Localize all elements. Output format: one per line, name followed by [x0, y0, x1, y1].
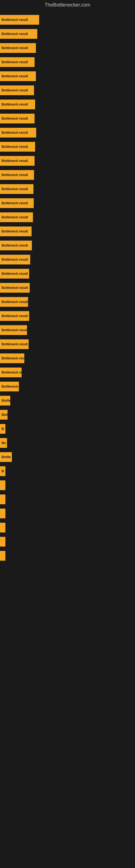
- bar-row: Bottleneck result: [0, 41, 135, 55]
- bar-row: Bottleneck result: [0, 83, 135, 97]
- bottleneck-bar[interactable]: B: [0, 424, 5, 434]
- bottleneck-bar[interactable]: [0, 495, 5, 504]
- bar-label: B: [2, 469, 4, 473]
- bar-label: Bottleneck result: [2, 187, 28, 191]
- bar-label: Bottleneck result: [2, 272, 28, 276]
- bottleneck-bar[interactable]: Bottleneck result: [0, 170, 34, 180]
- bar-label: Bottle: [2, 455, 11, 459]
- bar-label: Bo: [2, 441, 6, 445]
- bottleneck-bar[interactable]: Bottleneck result: [0, 339, 29, 349]
- bar-label: Bottleneck result: [2, 102, 28, 106]
- bottleneck-bar[interactable]: Bottleneck result: [0, 297, 28, 307]
- bar-row: Bottleneck result: [0, 55, 135, 69]
- bottleneck-bar[interactable]: [0, 480, 5, 490]
- bottleneck-bar[interactable]: Bottleneck result: [0, 156, 35, 166]
- bar-label: Bottleneck result: [2, 46, 28, 50]
- bottleneck-bar[interactable]: Bottle: [0, 452, 12, 462]
- bottleneck-bar[interactable]: Bottleneck result: [0, 29, 37, 39]
- bar-label: Bottleneck result: [2, 32, 28, 36]
- bottleneck-bar[interactable]: Bottleneck result: [0, 410, 8, 420]
- site-title-text: TheBottlenecker.com: [45, 2, 90, 8]
- bar-row: Bottleneck result: [0, 126, 135, 140]
- bar-row: Bottleneck result: [0, 323, 135, 337]
- bottleneck-bar[interactable]: Bottleneck result: [0, 128, 36, 137]
- bar-row: Bottleneck result: [0, 182, 135, 196]
- bottleneck-bar[interactable]: Bottleneck result: [0, 114, 35, 123]
- bottleneck-bar[interactable]: Bottleneck result: [0, 57, 35, 67]
- bar-row: [0, 492, 135, 506]
- bar-label: Bottleneck result: [2, 328, 27, 332]
- bar-row: Bottleneck result: [0, 210, 135, 224]
- bar-label: Bottleneck result: [2, 117, 28, 120]
- bar-label: Bottleneck result: [2, 286, 28, 290]
- bottleneck-bar[interactable]: Bottleneck result: [0, 99, 35, 109]
- bar-label: Bottleneck result: [2, 384, 19, 389]
- bottleneck-bar[interactable]: Bottleneck result: [0, 353, 24, 363]
- bar-label: B: [2, 427, 4, 431]
- bar-row: Bottleneck result: [0, 168, 135, 182]
- bar-row: B: [0, 422, 135, 436]
- bar-row: Bottleneck result: [0, 97, 135, 112]
- bottleneck-bar[interactable]: Bottleneck result: [0, 311, 29, 321]
- bar-label: Bottleneck result: [2, 229, 28, 233]
- bottleneck-bar[interactable]: Bottleneck result: [0, 396, 10, 405]
- bottleneck-bar[interactable]: [0, 537, 5, 547]
- bottleneck-bar[interactable]: Bottleneck result: [0, 368, 21, 377]
- bottleneck-bar[interactable]: [0, 523, 5, 532]
- bottleneck-bar[interactable]: Bottleneck result: [0, 198, 34, 208]
- bottleneck-bar[interactable]: [0, 508, 5, 518]
- bar-label: Bottleneck result: [2, 74, 28, 78]
- bar-row: Bottleneck result: [0, 379, 135, 394]
- bar-row: Bottleneck result: [0, 267, 135, 281]
- bar-row: Bottleneck result: [0, 27, 135, 41]
- bottleneck-bar[interactable]: Bo: [0, 438, 7, 448]
- bar-label: Bottleneck result: [2, 258, 28, 261]
- bottleneck-bar[interactable]: Bottleneck result: [0, 226, 32, 236]
- bar-row: Bottleneck result: [0, 140, 135, 154]
- bar-row: Bottleneck result: [0, 295, 135, 309]
- bar-label: Bottleneck result: [2, 399, 10, 403]
- bar-row: Bottleneck result: [0, 394, 135, 408]
- bottleneck-bar[interactable]: Bottleneck result: [0, 43, 36, 53]
- bottleneck-bar[interactable]: Bottleneck result: [0, 283, 30, 293]
- bar-row: [0, 535, 135, 549]
- bottleneck-bar[interactable]: [0, 551, 5, 561]
- bottleneck-bar[interactable]: Bottleneck result: [0, 241, 32, 250]
- bar-row: Bottleneck result: [0, 112, 135, 126]
- bar-label: Bottleneck result: [2, 159, 28, 163]
- bar-row: B: [0, 464, 135, 478]
- bottleneck-bar[interactable]: Bottleneck result: [0, 325, 27, 335]
- bottleneck-bar[interactable]: Bottleneck result: [0, 86, 34, 95]
- bottleneck-bar[interactable]: B: [0, 466, 5, 476]
- bar-row: [0, 506, 135, 521]
- bottleneck-bar[interactable]: Bottleneck result: [0, 71, 36, 81]
- bar-row: [0, 478, 135, 492]
- bottleneck-bar[interactable]: Bottleneck result: [0, 15, 39, 25]
- bar-row: Bottle: [0, 450, 135, 464]
- bar-label: Bottleneck result: [2, 371, 21, 374]
- bar-label: Bottleneck result: [2, 145, 28, 149]
- bottleneck-bar[interactable]: Bottleneck result: [0, 269, 29, 279]
- bar-row: Bottleneck result: [0, 224, 135, 239]
- bar-row: Bottleneck result: [0, 239, 135, 252]
- bar-row: [0, 549, 135, 563]
- bar-row: Bottleneck result: [0, 408, 135, 422]
- bottleneck-bar[interactable]: Bottleneck result: [0, 184, 34, 194]
- bar-row: Bottleneck result: [0, 252, 135, 267]
- bottleneck-bar[interactable]: Bottleneck result: [0, 212, 33, 222]
- bar-row: Bottleneck result: [0, 351, 135, 365]
- bar-label: Bottleneck result: [2, 201, 28, 205]
- bottleneck-bar[interactable]: Bottleneck result: [0, 142, 35, 152]
- bar-row: Bottleneck result: [0, 337, 135, 351]
- bar-label: Bottleneck result: [2, 413, 8, 416]
- bar-row: Bottleneck result: [0, 69, 135, 83]
- site-title: TheBottlenecker.com: [0, 0, 135, 10]
- bottleneck-bar[interactable]: Bottleneck result: [0, 255, 30, 265]
- bar-label: Bottleneck result: [2, 60, 28, 64]
- bottleneck-bar[interactable]: Bottleneck result: [0, 382, 19, 392]
- bar-label: Bottleneck result: [2, 300, 28, 304]
- bar-row: Bottleneck result: [0, 309, 135, 323]
- bar-row: [0, 521, 135, 535]
- bar-row: Bottleneck result: [0, 365, 135, 379]
- bar-row: Bottleneck result: [0, 281, 135, 295]
